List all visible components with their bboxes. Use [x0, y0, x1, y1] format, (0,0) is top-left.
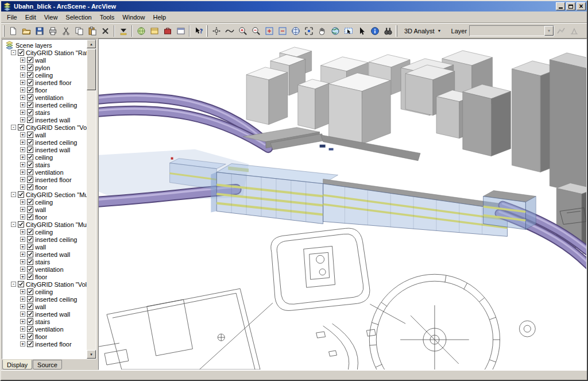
scroll-up-button[interactable]: ▲ — [87, 40, 96, 48]
toc-group-row[interactable]: -CityGRID Station "Museums — [4, 221, 87, 228]
toolbar-grip[interactable] — [3, 25, 5, 37]
layer-group-label[interactable]: CityGRID Station "Volksthe — [26, 281, 87, 288]
launch-arccatalog-button[interactable] — [148, 25, 161, 37]
toc-layer-row[interactable]: +inserted ceiling — [4, 101, 87, 109]
layer-label[interactable]: stairs — [35, 259, 50, 265]
menu-window[interactable]: Window — [118, 13, 149, 22]
expand-box-icon[interactable]: + — [20, 65, 25, 70]
layer-label[interactable]: inserted ceiling — [35, 236, 77, 243]
toc-layer-row[interactable]: +wall — [4, 56, 87, 64]
interpolate-line-button[interactable] — [554, 25, 567, 37]
expand-box-icon[interactable]: + — [20, 244, 25, 249]
menu-file[interactable]: File — [3, 13, 21, 22]
cut-button[interactable] — [59, 25, 72, 37]
zoom-in-button[interactable] — [236, 25, 249, 37]
menu-selection[interactable]: Selection — [61, 13, 95, 22]
expand-box-icon[interactable]: + — [20, 162, 25, 167]
layer-label[interactable]: inserted ceiling — [35, 139, 77, 146]
collapse-box-icon[interactable]: - — [11, 50, 16, 55]
expand-box-icon[interactable]: + — [20, 72, 25, 78]
visibility-checkbox[interactable] — [18, 281, 24, 287]
layer-group-label[interactable]: CityGRID Section "Volksthe — [26, 124, 87, 131]
expand-box-icon[interactable]: + — [20, 199, 25, 205]
collapse-box-icon[interactable]: - — [11, 282, 16, 287]
layer-label[interactable]: ventilation — [35, 169, 64, 176]
pan-button[interactable] — [315, 25, 328, 37]
layer-label[interactable]: floor — [35, 333, 47, 340]
visibility-checkbox[interactable] — [27, 72, 33, 78]
expand-box-icon[interactable]: + — [20, 102, 25, 107]
expand-box-icon[interactable]: + — [20, 252, 25, 257]
zoom-out-button[interactable] — [249, 25, 262, 37]
expand-box-icon[interactable]: + — [20, 289, 25, 294]
layer-label[interactable]: inserted wall — [35, 147, 70, 153]
toc-layer-row[interactable]: +floor — [4, 183, 87, 191]
toc-layer-row[interactable]: +stairs — [4, 161, 87, 168]
launch-arctoolbox-button[interactable] — [161, 25, 174, 37]
visibility-checkbox[interactable] — [27, 117, 33, 123]
visibility-checkbox[interactable] — [27, 79, 33, 86]
toc-layer-row[interactable]: +stairs — [4, 318, 87, 325]
expand-box-icon[interactable]: + — [20, 341, 25, 347]
expand-box-icon[interactable]: + — [20, 237, 25, 242]
toc-layer-row[interactable]: +ventilation — [4, 94, 87, 101]
select-features-button[interactable] — [342, 25, 355, 37]
toc-layer-row[interactable]: +ceiling — [4, 228, 87, 236]
toc-layer-row[interactable]: +inserted floor — [4, 340, 87, 348]
toc-group-row[interactable]: -CityGRID Section "Volksthe — [4, 124, 87, 131]
3d-analyst-menu-button[interactable]: 3D Analyst ▼ — [400, 25, 446, 37]
zoom-to-selected-button[interactable] — [302, 25, 315, 37]
expand-box-icon[interactable]: + — [20, 177, 25, 182]
close-button[interactable]: × — [577, 2, 586, 10]
menu-view[interactable]: View — [40, 13, 62, 22]
visibility-checkbox[interactable] — [27, 341, 33, 347]
toc-layer-row[interactable]: +inserted wall — [4, 146, 87, 153]
visibility-checkbox[interactable] — [18, 191, 24, 198]
collapse-box-icon[interactable]: - — [11, 192, 16, 197]
layer-label[interactable]: inserted floor — [35, 79, 72, 86]
toc-layer-row[interactable]: +inserted wall — [4, 310, 87, 318]
toc-layer-row[interactable]: +inserted ceiling — [4, 138, 87, 146]
scrollbar-track[interactable] — [87, 48, 96, 350]
scene-viewport[interactable] — [98, 39, 587, 370]
visibility-checkbox[interactable] — [27, 87, 33, 93]
fly-button[interactable] — [223, 25, 236, 37]
expand-box-icon[interactable]: + — [20, 95, 25, 100]
expand-box-icon[interactable]: + — [20, 170, 25, 175]
layer-label[interactable]: stairs — [35, 109, 50, 116]
visibility-checkbox[interactable] — [27, 199, 33, 205]
expand-box-icon[interactable]: + — [20, 80, 25, 85]
layer-label[interactable]: wall — [35, 132, 46, 138]
toc-layer-row[interactable]: +inserted ceiling — [4, 236, 87, 243]
toc-scrollbar[interactable]: ▲ ▼ — [87, 40, 96, 359]
visibility-checkbox[interactable] — [27, 266, 33, 272]
menu-edit[interactable]: Edit — [21, 13, 40, 22]
layer-label[interactable]: ceiling — [35, 72, 53, 79]
layer-label[interactable]: inserted wall — [35, 117, 70, 124]
paste-button[interactable] — [86, 25, 99, 37]
visibility-checkbox[interactable] — [27, 288, 33, 295]
expand-box-icon[interactable]: + — [20, 132, 25, 137]
visibility-checkbox[interactable] — [18, 221, 24, 228]
layer-label[interactable]: inserted wall — [35, 311, 70, 318]
view-globe-button[interactable] — [328, 25, 342, 37]
visibility-checkbox[interactable] — [27, 318, 33, 325]
visibility-checkbox[interactable] — [27, 244, 33, 250]
layer-label[interactable]: ventilation — [35, 94, 64, 101]
menu-tools[interactable]: Tools — [96, 13, 119, 22]
toc-layer-row[interactable]: +floor — [4, 273, 87, 280]
visibility-checkbox[interactable] — [27, 236, 33, 243]
visibility-checkbox[interactable] — [27, 326, 33, 332]
layer-label[interactable]: floor — [35, 274, 47, 280]
visibility-checkbox[interactable] — [27, 161, 33, 168]
menu-help[interactable]: Help — [149, 13, 170, 22]
expand-box-icon[interactable]: + — [20, 140, 25, 145]
layer-label[interactable]: ceiling — [35, 199, 53, 206]
expand-box-icon[interactable]: + — [20, 110, 25, 115]
visibility-checkbox[interactable] — [18, 124, 24, 130]
layer-label[interactable]: inserted floor — [35, 176, 72, 183]
toc-layer-row[interactable]: +ceiling — [4, 153, 87, 161]
expand-box-icon[interactable]: + — [20, 214, 25, 220]
toc-layer-row[interactable]: +wall — [4, 206, 87, 213]
visibility-checkbox[interactable] — [27, 57, 33, 63]
